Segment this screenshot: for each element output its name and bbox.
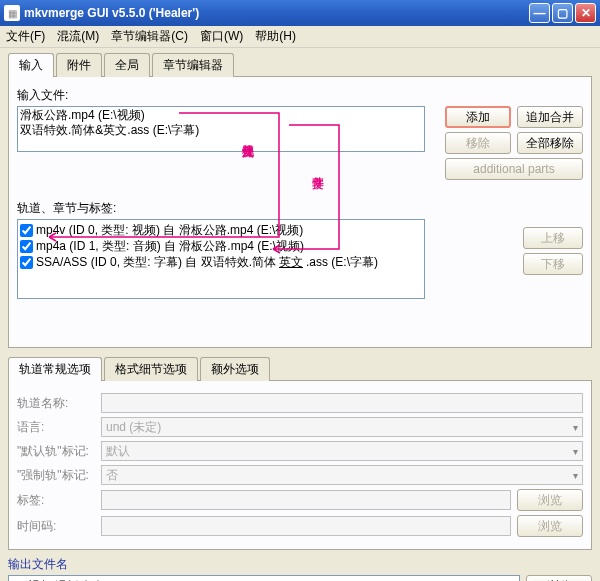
- app-icon: ▦: [4, 5, 20, 21]
- label-default-track: "默认轨"标记:: [17, 443, 95, 460]
- move-up-button[interactable]: 上移: [523, 227, 583, 249]
- remove-button[interactable]: 移除: [445, 132, 511, 154]
- file-item[interactable]: 滑板公路.mp4 (E:\视频): [20, 108, 422, 123]
- menubar: 文件(F) 混流(M) 章节编辑器(C) 窗口(W) 帮助(H): [0, 26, 600, 48]
- append-button[interactable]: 追加合并: [517, 106, 583, 128]
- additional-parts-button[interactable]: additional parts: [445, 158, 583, 180]
- tab-track-general[interactable]: 轨道常规选项: [8, 357, 102, 381]
- chevron-down-icon: ▾: [573, 470, 578, 481]
- track-item[interactable]: mp4a (ID 1, 类型: 音频) 自 滑板公路.mp4 (E:\视频): [20, 238, 422, 254]
- track-item[interactable]: SSA/ASS (ID 0, 类型: 字幕) 自 双语特效.简体英文.ass (…: [20, 254, 422, 270]
- chevron-down-icon: ▾: [573, 422, 578, 433]
- track-item[interactable]: mp4v (ID 0, 类型: 视频) 自 滑板公路.mp4 (E:\视频): [20, 222, 422, 238]
- move-down-button[interactable]: 下移: [523, 253, 583, 275]
- input-panel: 视频分流文件 字幕文件 输入文件: 滑板公路.mp4 (E:\视频) 双语特效.…: [8, 76, 592, 348]
- output-file-input[interactable]: [8, 575, 520, 581]
- track-name-input[interactable]: [101, 393, 583, 413]
- main-tabs: 输入 附件 全局 章节编辑器: [8, 52, 592, 76]
- track-list[interactable]: mp4v (ID 0, 类型: 视频) 自 滑板公路.mp4 (E:\视频) m…: [17, 219, 425, 299]
- input-files-list[interactable]: 滑板公路.mp4 (E:\视频) 双语特效.简体&英文.ass (E:\字幕): [17, 106, 425, 152]
- tab-extra[interactable]: 额外选项: [200, 357, 270, 381]
- label-tags: 标签:: [17, 492, 95, 509]
- menu-chapter-editor[interactable]: 章节编辑器(C): [111, 28, 188, 45]
- language-select[interactable]: und (未定)▾: [101, 417, 583, 437]
- chevron-down-icon: ▾: [573, 446, 578, 457]
- file-item[interactable]: 双语特效.简体&英文.ass (E:\字幕): [20, 123, 422, 138]
- browse-tags-button[interactable]: 浏览: [517, 489, 583, 511]
- label-track-name: 轨道名称:: [17, 395, 95, 412]
- track-checkbox[interactable]: [20, 256, 33, 269]
- label-tracks: 轨道、章节与标签:: [17, 200, 583, 217]
- track-options-panel: 轨道名称: 语言: und (未定)▾ "默认轨"标记: 默认▾ "强制轨"标记…: [8, 380, 592, 550]
- window-title: mkvmerge GUI v5.5.0 ('Healer'): [24, 6, 529, 20]
- menu-window[interactable]: 窗口(W): [200, 28, 243, 45]
- label-forced-track: "强制轨"标记:: [17, 467, 95, 484]
- label-timecode: 时间码:: [17, 518, 95, 535]
- menu-file[interactable]: 文件(F): [6, 28, 45, 45]
- track-checkbox[interactable]: [20, 240, 33, 253]
- browse-timecode-button[interactable]: 浏览: [517, 515, 583, 537]
- tags-input[interactable]: [101, 490, 511, 510]
- menu-help[interactable]: 帮助(H): [255, 28, 296, 45]
- close-button[interactable]: ✕: [575, 3, 596, 23]
- timecode-input[interactable]: [101, 516, 511, 536]
- titlebar: ▦ mkvmerge GUI v5.5.0 ('Healer') — ▢ ✕: [0, 0, 600, 26]
- tab-input[interactable]: 输入: [8, 53, 54, 77]
- tab-global[interactable]: 全局: [104, 53, 150, 77]
- maximize-button[interactable]: ▢: [552, 3, 573, 23]
- add-button[interactable]: 添加: [445, 106, 511, 128]
- default-track-select[interactable]: 默认▾: [101, 441, 583, 461]
- label-input-files: 输入文件:: [17, 87, 583, 104]
- remove-all-button[interactable]: 全部移除: [517, 132, 583, 154]
- label-output-file: 输出文件名: [8, 556, 592, 573]
- browse-output-button[interactable]: 浏览: [526, 575, 592, 581]
- label-language: 语言:: [17, 419, 95, 436]
- tab-chapter-editor[interactable]: 章节编辑器: [152, 53, 234, 77]
- forced-track-select[interactable]: 否▾: [101, 465, 583, 485]
- track-checkbox[interactable]: [20, 224, 33, 237]
- sub-tabs: 轨道常规选项 格式细节选项 额外选项: [8, 356, 592, 380]
- tab-attachments[interactable]: 附件: [56, 53, 102, 77]
- menu-mux[interactable]: 混流(M): [57, 28, 99, 45]
- tab-format-details[interactable]: 格式细节选项: [104, 357, 198, 381]
- minimize-button[interactable]: —: [529, 3, 550, 23]
